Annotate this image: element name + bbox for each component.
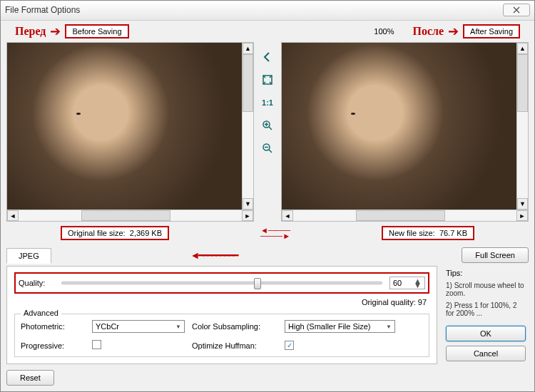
- actual-size-button[interactable]: 1:1: [260, 95, 275, 110]
- titlebar: File Format Options: [1, 1, 534, 21]
- scroll-up-icon[interactable]: ▲: [243, 43, 253, 54]
- subsampling-label: Color Subsampling:: [192, 322, 285, 331]
- original-quality-label: Original quality: 97: [14, 298, 429, 306]
- zoom-in-icon[interactable]: [260, 118, 275, 133]
- lower-panel: Quality: 60 ▲▼ Original quality: 97 Adva…: [1, 266, 534, 364]
- quality-row: Quality: 60 ▲▼: [14, 272, 429, 294]
- before-image[interactable]: [7, 43, 253, 210]
- preview-row: ▲ ▼ ◄ ► 1:1 ▲ ▼ ◄: [1, 42, 534, 222]
- photometric-combo[interactable]: YCbCr ▼: [92, 320, 185, 333]
- full-screen-button[interactable]: Full Screen: [462, 247, 529, 263]
- quality-label: Quality:: [19, 279, 54, 287]
- zoom-out-icon[interactable]: [260, 140, 275, 156]
- horizontal-scrollbar[interactable]: ◄ ►: [282, 210, 528, 221]
- chevron-down-icon: ▼: [175, 324, 181, 330]
- new-size-badge: New file size: 76.7 KB: [382, 226, 474, 240]
- annot-before-ru: Перед: [15, 25, 46, 38]
- cancel-button[interactable]: Cancel: [446, 346, 526, 361]
- jpeg-settings-panel: Quality: 60 ▲▼ Original quality: 97 Adva…: [6, 266, 437, 364]
- after-saving-badge: After Saving: [463, 24, 520, 38]
- bottom-row: Reset: [1, 364, 534, 391]
- close-icon: [513, 6, 520, 14]
- after-image[interactable]: [282, 43, 528, 210]
- arrow-annotation-icon: ◄━━━━━━━━━: [190, 249, 238, 261]
- tips-panel: Tips: 1) Scroll mouse wheel to zoom. 2) …: [443, 266, 529, 364]
- new-size-value: 76.7 KB: [439, 229, 467, 237]
- annotation-row: Перед ➔ Before Saving 100% После ➔ After…: [1, 21, 534, 42]
- scroll-thumb[interactable]: [356, 210, 445, 221]
- new-size-label: New file size:: [389, 229, 435, 237]
- quality-slider[interactable]: [61, 282, 382, 284]
- tips-line-1: 1) Scroll mouse wheel to zoom.: [446, 282, 526, 297]
- tips-line-2: 2) Press 1 for 100%, 2 for 200% ...: [446, 301, 526, 317]
- original-size-label: Original file size:: [68, 229, 126, 237]
- before-saving-badge: Before Saving: [65, 24, 128, 38]
- arrow-right-icon: ➔: [50, 24, 61, 39]
- scroll-down-icon[interactable]: ▼: [243, 198, 253, 210]
- photometric-value: YCbCr: [96, 322, 119, 331]
- after-preview: ▲ ▼ ◄ ►: [281, 42, 529, 222]
- tips-heading: Tips:: [446, 269, 526, 277]
- horizontal-scrollbar[interactable]: ◄ ►: [7, 210, 253, 221]
- original-size-value: 2,369 KB: [130, 229, 162, 237]
- progressive-checkbox[interactable]: [92, 340, 101, 349]
- subsampling-value: High (Smaller File Size): [288, 322, 371, 331]
- tool-column: 1:1: [257, 42, 278, 222]
- prev-icon[interactable]: [260, 49, 275, 65]
- tab-jpeg[interactable]: JPEG: [6, 248, 51, 264]
- progressive-label: Progressive:: [21, 341, 92, 350]
- arrow-right-icon: ➔: [448, 24, 459, 39]
- reset-button[interactable]: Reset: [6, 370, 54, 386]
- scroll-thumb[interactable]: [517, 54, 528, 112]
- zoom-percent: 100%: [374, 27, 394, 36]
- huffman-checkbox[interactable]: [285, 341, 294, 350]
- huffman-label: Optimize Huffman:: [192, 341, 285, 350]
- subsampling-combo[interactable]: High (Smaller File Size) ▼: [285, 320, 395, 333]
- scroll-down-icon[interactable]: ▼: [517, 198, 528, 210]
- original-size-badge: Original file size: 2,369 KB: [61, 226, 169, 240]
- file-size-row: Original file size: 2,369 KB ◄────────► …: [1, 222, 534, 244]
- compare-arrows-icon: ◄────────►: [260, 227, 290, 239]
- before-preview: ▲ ▼ ◄ ►: [6, 42, 254, 222]
- scroll-right-icon[interactable]: ►: [516, 210, 528, 221]
- quality-value: 60: [393, 279, 402, 287]
- fit-screen-icon[interactable]: [260, 72, 275, 88]
- close-button[interactable]: [503, 4, 530, 16]
- quality-spinner[interactable]: 60 ▲▼: [389, 277, 425, 289]
- scroll-left-icon[interactable]: ◄: [282, 210, 293, 221]
- vertical-scrollbar[interactable]: ▲ ▼: [516, 43, 528, 210]
- advanced-legend: Advanced: [21, 309, 61, 317]
- window-title: File Format Options: [5, 5, 503, 15]
- scroll-up-icon[interactable]: ▲: [517, 43, 528, 54]
- photometric-label: Photometric:: [21, 322, 92, 331]
- scroll-thumb[interactable]: [81, 210, 170, 221]
- advanced-group: Advanced Photometric: YCbCr ▼ Color Subs…: [14, 314, 429, 357]
- tab-row: JPEG ◄━━━━━━━━━ Full Screen: [1, 244, 534, 266]
- dialog-window: File Format Options Перед ➔ Before Savin…: [0, 0, 535, 392]
- ok-button[interactable]: OK: [446, 326, 526, 341]
- scroll-left-icon[interactable]: ◄: [7, 210, 19, 221]
- scroll-thumb[interactable]: [243, 54, 253, 112]
- annot-after-ru: После: [412, 25, 444, 38]
- slider-thumb[interactable]: [254, 278, 261, 289]
- spin-down-icon[interactable]: ▼: [414, 283, 422, 287]
- vertical-scrollbar[interactable]: ▲ ▼: [242, 43, 253, 210]
- chevron-down-icon: ▼: [386, 324, 392, 330]
- scroll-right-icon[interactable]: ►: [242, 210, 253, 221]
